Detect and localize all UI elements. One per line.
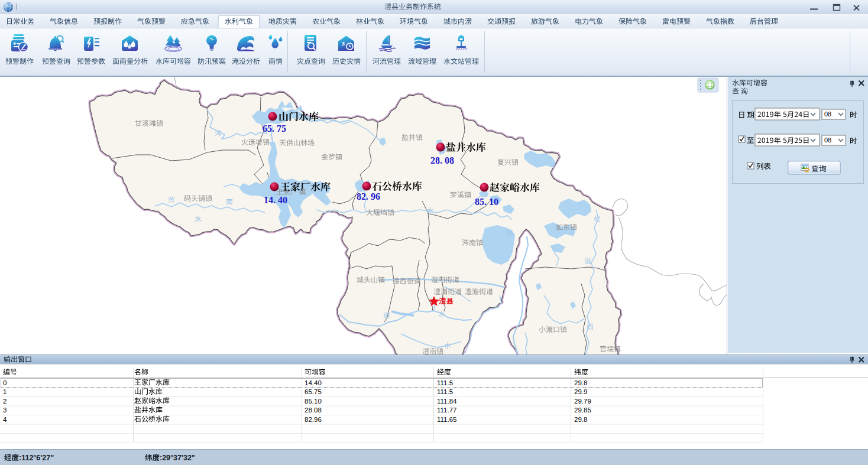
svg-text:111.65: 111.65 [437, 416, 456, 423]
svg-text:29.9: 29.9 [574, 388, 587, 395]
svg-text:29.8: 29.8 [574, 379, 587, 386]
svg-text:08: 08 [824, 136, 831, 144]
svg-text:111.77: 111.77 [437, 407, 456, 414]
svg-text:85. 10: 85. 10 [475, 197, 498, 207]
svg-text:08: 08 [824, 110, 831, 118]
svg-text:2: 2 [3, 398, 7, 405]
svg-text:0: 0 [3, 379, 7, 386]
svg-text:3: 3 [342, 41, 345, 47]
svg-text:65.75: 65.75 [305, 388, 322, 395]
svg-text:82.96: 82.96 [305, 416, 322, 423]
svg-text::112°6'27": :112°6'27" [19, 454, 54, 462]
svg-text:82. 96: 82. 96 [357, 191, 380, 201]
svg-text:4: 4 [3, 416, 7, 423]
svg-text:29.8: 29.8 [574, 416, 587, 423]
svg-text::29°37'32": :29°37'32" [160, 454, 195, 462]
svg-text:85.10: 85.10 [305, 398, 322, 405]
svg-text:29.85: 29.85 [574, 407, 591, 414]
svg-text:1: 1 [3, 388, 7, 395]
svg-text:28.08: 28.08 [305, 407, 322, 414]
svg-text:111.5: 111.5 [437, 379, 453, 386]
svg-text:14. 40: 14. 40 [264, 195, 287, 205]
svg-text:14.40: 14.40 [305, 379, 322, 386]
svg-text:65. 75: 65. 75 [263, 123, 286, 134]
svg-text:3: 3 [3, 407, 7, 414]
svg-text:111.5: 111.5 [437, 388, 453, 395]
svg-text:111.84: 111.84 [437, 398, 457, 405]
svg-text:29.79: 29.79 [574, 398, 591, 405]
svg-text:28. 08: 28. 08 [430, 155, 454, 165]
